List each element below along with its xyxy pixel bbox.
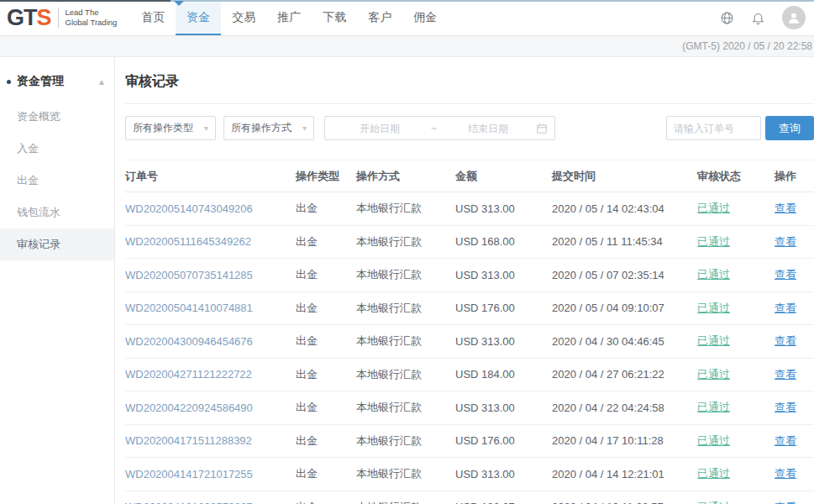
search-button[interactable]: 查询 [765,116,814,140]
audit-records-table: 订单号 操作类型 操作方式 金额 提交时间 审核状态 操作 WD20200514… [125,160,814,504]
end-date-input[interactable] [440,123,536,134]
col-action: 操作 [775,169,814,184]
row-amount: USD 313.00 [455,335,552,348]
col-status: 审核状态 [697,169,775,184]
order-no-link[interactable]: WD202004271121222722 [125,368,252,381]
calendar-icon [536,123,548,134]
col-order-no: 订单号 [125,169,296,184]
row-type: 出金 [296,500,356,504]
status-badge[interactable]: 已通过 [697,434,730,447]
table-row: WD202004271121222722 出金 本地银行汇款 USD 184.0… [125,359,814,392]
view-link[interactable]: 查看 [775,268,796,281]
sidebar-item-audit-records[interactable]: 审核记录 [0,228,114,260]
range-separator: ~ [428,123,440,134]
order-no-link[interactable]: WD202005041410074881 [125,302,253,314]
view-link[interactable]: 查看 [775,501,796,504]
view-link[interactable]: 查看 [775,302,796,314]
nav-tab-clients[interactable]: 客户 [357,0,402,35]
order-no-link[interactable]: WD202005111645349262 [125,235,251,248]
order-no-link[interactable]: WD202004101622573667 [125,501,253,504]
table-row: WD202005111645349262 出金 本地银行汇款 USD 168.0… [125,226,814,260]
row-method: 本地银行汇款 [356,466,455,481]
nav-tab-trade[interactable]: 交易 [221,0,266,35]
filter-bar: 所有操作类型 ▾ 所有操作方式 ▾ ~ 查询 [125,116,814,140]
sidebar-item-withdrawal[interactable]: 出金 [0,165,114,197]
row-submitted: 2020 / 04 / 17 10:11:28 [552,434,697,447]
row-type: 出金 [296,333,356,349]
sidebar: 资金管理 ▲ 资金概览 入金 出金 钱包流水 审核记录 [0,57,115,504]
row-method: 本地银行汇款 [356,333,455,349]
order-no-link[interactable]: WD202005140743049206 [125,202,253,215]
order-no-link[interactable]: WD202004300946454676 [125,335,253,348]
table-row: WD202004300946454676 出金 本地银行汇款 USD 313.0… [125,325,814,359]
logo-tagline: Lead The Global Trading [66,8,118,28]
sidebar-item-wallet-flow[interactable]: 钱包流水 [0,197,114,228]
user-avatar[interactable] [782,6,806,29]
order-number-input[interactable] [666,116,761,140]
bell-icon[interactable] [751,11,765,25]
table-row: WD202005041410074881 出金 本地银行汇款 USD 176.0… [125,292,814,326]
sidebar-item-deposit[interactable]: 入金 [0,133,114,165]
row-type: 出金 [296,400,356,415]
sidebar-item-funds-overview[interactable]: 资金概览 [0,101,114,133]
status-badge[interactable]: 已通过 [697,202,730,214]
operation-method-select[interactable]: 所有操作方式 ▾ [223,116,314,140]
view-link[interactable]: 查看 [775,467,796,480]
table-row: WD202004141721017255 出金 本地银行汇款 USD 313.0… [125,458,814,491]
status-badge[interactable]: 已通过 [697,467,730,480]
table-row: WD202005070735141285 出金 本地银行汇款 USD 313.0… [125,259,814,292]
nav-tab-commission[interactable]: 佣金 [402,0,448,35]
operation-type-select[interactable]: 所有操作类型 ▾ [125,116,216,140]
status-badge[interactable]: 已通过 [697,368,730,381]
table-row: WD202005140743049206 出金 本地银行汇款 USD 313.0… [125,192,814,226]
timezone-bar: (GMT-5) 2020 / 05 / 20 22:58 [0,36,814,57]
view-link[interactable]: 查看 [775,235,796,248]
row-submitted: 2020 / 04 / 22 04:24:58 [552,402,697,414]
globe-icon[interactable] [720,11,734,25]
row-amount: USD 313.00 [455,468,552,480]
order-no-link[interactable]: WD202005070735141285 [125,269,253,281]
nav-tab-home[interactable]: 首页 [130,0,176,35]
nav-tab-download[interactable]: 下载 [312,0,357,35]
row-type: 出金 [296,234,356,249]
view-link[interactable]: 查看 [775,368,796,381]
row-amount: USD 176.00 [455,434,552,447]
status-badge[interactable]: 已通过 [697,268,730,281]
view-link[interactable]: 查看 [775,202,796,214]
row-amount: USD 176.00 [455,302,552,314]
row-method: 本地银行汇款 [356,234,455,249]
status-badge[interactable]: 已通过 [697,401,730,413]
status-badge[interactable]: 已通过 [697,235,730,248]
nav-dropdown-caret-icon [174,1,184,6]
row-submitted: 2020 / 04 / 10 11:22:57 [552,501,697,504]
view-link[interactable]: 查看 [775,334,796,347]
order-no-link[interactable]: WD202004141721017255 [125,468,253,480]
order-no-link[interactable]: WD202004220924586490 [125,402,253,414]
chevron-down-icon: ▾ [204,123,208,133]
chevron-up-icon: ▲ [97,77,106,87]
brand-logo[interactable]: GTS Lead The Global Trading [7,0,117,35]
nav-tab-promotion[interactable]: 推广 [266,0,312,35]
status-badge[interactable]: 已通过 [697,302,730,314]
view-link[interactable]: 查看 [775,401,796,413]
date-range-picker[interactable]: ~ [324,116,555,140]
row-method: 本地银行汇款 [356,301,455,316]
status-badge[interactable]: 已通过 [697,501,730,504]
operation-type-value: 所有操作类型 [133,121,193,135]
view-link[interactable]: 查看 [775,434,796,447]
order-no-link[interactable]: WD202004171511288392 [125,434,252,447]
row-submitted: 2020 / 05 / 04 09:10:07 [552,302,697,314]
row-submitted: 2020 / 05 / 07 02:35:14 [552,269,697,281]
row-method: 本地银行汇款 [356,201,455,216]
row-method: 本地银行汇款 [356,433,455,449]
start-date-input[interactable] [332,123,428,134]
app-header: GTS Lead The Global Trading 首页 资金 交易 推广 … [0,0,814,36]
row-submitted: 2020 / 04 / 27 06:21:22 [552,368,697,381]
window-top-edge [0,0,814,2]
sidebar-group-funds-management[interactable]: 资金管理 ▲ [0,69,114,94]
row-type: 出金 [296,367,356,382]
col-submitted: 提交时间 [552,169,697,184]
server-time: (GMT-5) 2020 / 05 / 20 22:58 [682,40,812,52]
status-badge[interactable]: 已通过 [697,334,730,347]
row-type: 出金 [296,267,356,282]
